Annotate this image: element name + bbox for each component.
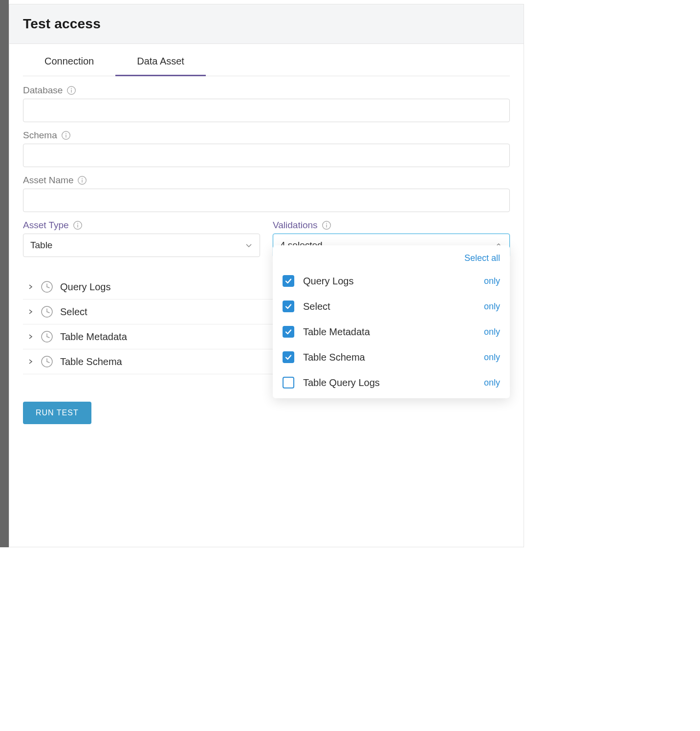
label-schema: Schema xyxy=(23,130,57,141)
label-database: Database xyxy=(23,85,63,96)
field-database: Database xyxy=(23,85,510,122)
test-access-panel: Test access Connection Data Asset Databa… xyxy=(9,4,524,547)
field-asset-name: Asset Name xyxy=(23,175,510,212)
info-icon[interactable] xyxy=(77,175,87,185)
select-row: Asset Type Table Validations xyxy=(23,220,510,257)
option-only-link[interactable]: only xyxy=(484,327,500,337)
info-icon[interactable] xyxy=(73,220,83,230)
checkbox[interactable] xyxy=(283,351,294,363)
info-icon[interactable] xyxy=(61,130,71,140)
chevron-right-icon xyxy=(27,333,34,340)
tab-connection[interactable]: Connection xyxy=(23,44,115,76)
result-label: Table Schema xyxy=(60,356,122,367)
option-label: Table Query Logs xyxy=(303,377,475,388)
dropdown-option[interactable]: Table Query Logsonly xyxy=(273,370,510,395)
input-schema[interactable] xyxy=(23,144,510,167)
modal-backdrop xyxy=(0,0,9,547)
clock-icon xyxy=(41,305,53,318)
svg-point-11 xyxy=(77,223,78,224)
option-only-link[interactable]: only xyxy=(484,276,500,286)
validations-dropdown: Select all Query LogsonlySelectonlyTable… xyxy=(273,245,510,398)
dropdown-select-all-row: Select all xyxy=(273,251,510,268)
field-schema: Schema xyxy=(23,130,510,167)
input-database[interactable] xyxy=(23,99,510,122)
tab-data-asset[interactable]: Data Asset xyxy=(115,44,206,76)
chevron-down-icon xyxy=(245,241,253,249)
panel-header: Test access xyxy=(9,4,524,44)
run-test-button[interactable]: RUN TEST xyxy=(23,402,91,424)
svg-point-8 xyxy=(82,178,83,179)
clock-icon xyxy=(41,355,53,368)
svg-line-23 xyxy=(47,337,49,338)
option-only-link[interactable]: only xyxy=(484,378,500,388)
dropdown-option[interactable]: Table Schemaonly xyxy=(273,344,510,370)
result-label: Select xyxy=(60,306,88,318)
chevron-right-icon xyxy=(27,308,34,315)
info-icon[interactable] xyxy=(322,220,331,230)
option-label: Table Schema xyxy=(303,352,475,363)
checkbox[interactable] xyxy=(283,326,294,338)
tabs: Connection Data Asset xyxy=(23,44,510,76)
field-asset-type: Asset Type Table xyxy=(23,220,260,257)
svg-point-2 xyxy=(71,88,72,89)
info-icon[interactable] xyxy=(66,86,76,95)
result-label: Table Metadata xyxy=(60,331,127,343)
select-asset-type-value: Table xyxy=(30,240,52,251)
svg-line-26 xyxy=(47,362,49,363)
svg-point-14 xyxy=(326,223,327,224)
option-label: Select xyxy=(303,301,475,312)
option-only-link[interactable]: only xyxy=(484,301,500,312)
svg-point-5 xyxy=(66,133,66,134)
select-all-link[interactable]: Select all xyxy=(464,253,500,263)
svg-line-20 xyxy=(47,312,49,313)
option-label: Table Metadata xyxy=(303,326,475,338)
label-validations: Validations xyxy=(273,220,318,231)
dropdown-option[interactable]: Table Metadataonly xyxy=(273,319,510,344)
svg-line-17 xyxy=(47,287,49,288)
option-only-link[interactable]: only xyxy=(484,352,500,363)
clock-icon xyxy=(41,330,53,343)
option-label: Query Logs xyxy=(303,276,475,287)
input-asset-name[interactable] xyxy=(23,189,510,212)
checkbox[interactable] xyxy=(283,301,294,312)
panel-body: Connection Data Asset Database Schema xyxy=(9,44,524,537)
label-asset-name: Asset Name xyxy=(23,175,73,186)
clock-icon xyxy=(41,280,53,293)
chevron-right-icon xyxy=(27,283,34,290)
dropdown-option[interactable]: Selectonly xyxy=(273,294,510,319)
result-label: Query Logs xyxy=(60,281,110,293)
select-asset-type[interactable]: Table xyxy=(23,234,260,257)
field-validations: Validations 4 selected Select all xyxy=(273,220,510,257)
checkbox[interactable] xyxy=(283,275,294,287)
label-asset-type: Asset Type xyxy=(23,220,69,231)
dropdown-option[interactable]: Query Logsonly xyxy=(273,268,510,294)
chevron-right-icon xyxy=(27,358,34,365)
checkbox[interactable] xyxy=(283,377,294,388)
panel-title: Test access xyxy=(23,16,510,32)
